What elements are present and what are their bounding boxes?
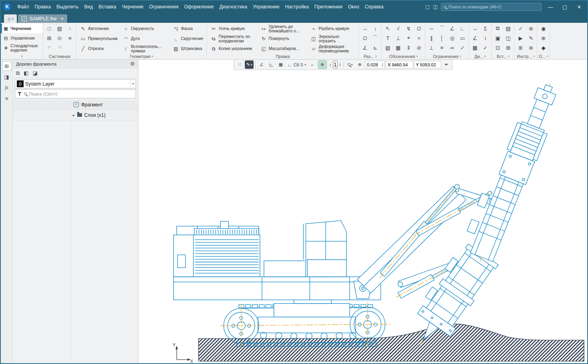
app-logo-icon[interactable]: K (3, 3, 11, 11)
tree-item-layers[interactable]: ▸ Слои (x1) (13, 110, 138, 120)
app-add-icon[interactable]: ⊕ (538, 33, 548, 43)
ribbon-group-label[interactable]: Обозначения▾ (383, 53, 424, 59)
x-coordinate-input[interactable] (392, 62, 411, 67)
ribbon-side-tab[interactable]: ▤Управление (1, 33, 43, 43)
ribbon-group-label[interactable]: Системная (44, 53, 75, 59)
save-icon[interactable]: ⇓ (65, 24, 75, 33)
fix-constraint-icon[interactable]: ▭ (458, 33, 467, 43)
menu-strip-icon[interactable]: ≡ (2, 94, 12, 103)
menu-item[interactable]: Ограничения (146, 2, 181, 11)
copy-by-point-button[interactable]: ⧉Копия указанием (208, 44, 257, 54)
menu-item[interactable]: Справка (362, 2, 386, 11)
measure-angle-icon[interactable]: ∠ (470, 33, 480, 43)
auto-constraint-icon[interactable]: ✓ (458, 43, 467, 52)
app-help-icon[interactable]: ◆ (538, 43, 548, 52)
scale-button[interactable]: ◱Масштабиров... (258, 44, 307, 54)
zoom-select-button[interactable]: ▾ (346, 60, 354, 69)
new-document-icon[interactable]: □ (44, 24, 54, 33)
sheets-icon[interactable]: ⧉ (16, 70, 20, 76)
command-search[interactable] (441, 3, 542, 11)
insert-view-icon[interactable]: ◫ (503, 33, 513, 43)
menu-item[interactable]: Файл (14, 2, 32, 11)
ribbon-group-label[interactable]: Правка (208, 54, 357, 59)
coordinate-system-select[interactable]: ∟ СК 0 ▾ (286, 60, 308, 69)
y-coordinate-field[interactable]: Y (414, 61, 441, 68)
tangent-constraint-icon[interactable]: ⌒ (437, 24, 446, 33)
insert-picture-icon[interactable]: ▣ (493, 33, 502, 43)
insert-fragment-icon[interactable]: ⧉ (493, 24, 502, 33)
ribbon-side-tab[interactable]: ▣Черчение (1, 24, 43, 33)
document-tab[interactable]: ≡ SAMPLE.frw × (18, 14, 67, 23)
diameter-dimension-icon[interactable]: ∅ (360, 33, 370, 43)
macro-run-icon[interactable]: ▶ (516, 33, 525, 43)
insert-table-icon[interactable]: ▤ (503, 24, 513, 33)
ribbon-group-label[interactable]: Вст...▾ (493, 53, 513, 59)
angle-constraint-icon[interactable]: ∠ (447, 24, 457, 33)
section-line-icon[interactable]: ⇕ (404, 43, 413, 52)
hatch-mark-icon[interactable]: ▧ (383, 43, 392, 52)
print-icon[interactable]: ⊞ (44, 33, 54, 43)
extend-to-nearest-button[interactable]: ↦Удлинить до ближайшего о... (258, 24, 307, 34)
print-preview-icon[interactable]: ⊙ (55, 33, 64, 43)
interface-layout-icon[interactable]: ▢ (425, 4, 430, 10)
ortho-drawing-toggle[interactable]: ⊗ (318, 60, 327, 69)
angle-snap-icon[interactable]: ∠ (257, 60, 266, 69)
ribbon-collapse-chevron[interactable]: ∨ (1, 54, 43, 59)
roughness-icon[interactable]: √ (393, 24, 403, 33)
table-icon[interactable]: ▦ (393, 43, 403, 52)
ribbon-group-label[interactable]: Раз...▾ (360, 53, 380, 59)
menu-item[interactable]: Правка (32, 2, 54, 11)
ribbon-group-label[interactable]: О...▾ (538, 53, 548, 59)
grid-toggle-icon[interactable]: ▦ (276, 60, 285, 69)
close-button[interactable]: ✕ (574, 4, 585, 10)
x-coordinate-field[interactable]: X (386, 61, 413, 68)
split-curve-button[interactable]: ⌁Разбить кривую (308, 24, 357, 34)
ribbon-group-label[interactable]: Ограничения▾ (426, 53, 467, 59)
note-icon[interactable]: ≈ (414, 33, 424, 43)
segment-button[interactable]: ╱Отрезок (78, 44, 120, 54)
eyedropper-icon[interactable]: ✒ (442, 60, 451, 69)
deformation-move-button[interactable]: ▱Деформация перемещением (308, 44, 357, 54)
datum-icon[interactable]: ⊥ (393, 33, 403, 43)
linear-dimension-icon[interactable]: ↕ (370, 24, 380, 33)
zoom-value-field[interactable]: ▴▾ (365, 61, 385, 68)
home-tab[interactable]: ⌂ ▾ (4, 14, 17, 23)
menu-item[interactable]: Черчение (119, 2, 146, 11)
tree-search-input[interactable] (29, 92, 133, 96)
vertical-constraint-icon[interactable]: │ (437, 33, 446, 43)
arc-dimension-icon[interactable]: ⊾ (370, 43, 380, 52)
menu-item[interactable]: Оформление (181, 2, 216, 11)
rectangle-button[interactable]: ▭Прямоугольник (78, 34, 120, 44)
menu-item[interactable]: Настройка (282, 2, 312, 11)
parallel-constraint-icon[interactable]: ∥ (426, 33, 436, 43)
rotate-button[interactable]: ↻Повернуть (258, 34, 307, 44)
tree-item-fragment[interactable]: ≡ Фрагмент (13, 100, 138, 110)
document-manager-icon[interactable]: ≡ (65, 33, 75, 43)
measure-distance-icon[interactable]: ↔ (470, 24, 480, 33)
menu-item[interactable]: Приложения (312, 2, 345, 11)
check-document-icon[interactable]: ✓ (480, 43, 490, 52)
move-by-coordinates-button[interactable]: ⇆Переместить по координатам (208, 34, 257, 44)
redo-icon[interactable]: ↷ (55, 43, 64, 52)
notifications-icon[interactable]: ◫ (433, 4, 438, 10)
collinear-constraint-icon[interactable]: ═ (447, 43, 457, 52)
perpendicular-constraint-icon[interactable]: ⊥ (426, 43, 436, 52)
stepper-icon[interactable]: ▴▾ (382, 63, 383, 67)
snaps-toggle-button[interactable]: ✎▾ (245, 60, 254, 69)
close-tab-icon[interactable]: × (60, 16, 64, 22)
menu-item[interactable]: Диагностика (216, 2, 250, 11)
zoom-value-input[interactable] (367, 62, 380, 67)
undo-icon[interactable]: ↶ (44, 43, 54, 52)
ribbon-group-label[interactable]: Геометрия▾ (78, 54, 205, 59)
visibility-icon[interactable]: ◧ (24, 70, 28, 76)
horizontal-constraint-icon[interactable]: ─ (426, 24, 436, 33)
leader-icon[interactable]: ↖ (383, 24, 392, 33)
layer-select[interactable]: 0 System Layer ▾ (15, 79, 136, 88)
ribbon-side-tab[interactable]: ✚Стандартные изделия (1, 43, 43, 53)
app-settings-icon[interactable]: ◉ (538, 24, 548, 33)
ortho-snap-icon[interactable]: ◺ (267, 60, 276, 69)
fillet-button[interactable]: ◟Скругление (170, 34, 205, 44)
styles-icon[interactable]: ≣ (516, 43, 525, 52)
concentric-constraint-icon[interactable]: ◎ (447, 33, 457, 43)
tree-panel-strip-icon[interactable]: ⊞ (2, 61, 12, 71)
